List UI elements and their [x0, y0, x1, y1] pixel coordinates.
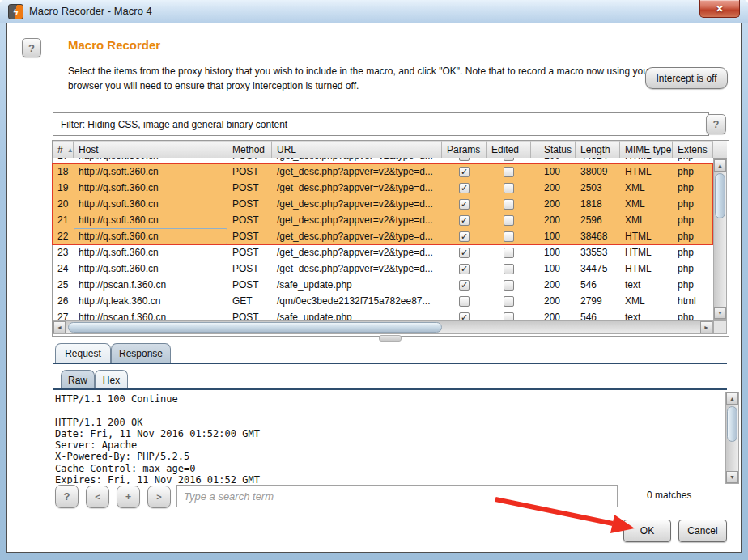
search-add-button[interactable]: + [117, 486, 140, 508]
mime-cell: XML [620, 180, 673, 196]
edited-cell [487, 196, 531, 212]
params-checkbox[interactable]: ✓ [459, 280, 470, 291]
table-vertical-scroll-thumb[interactable] [715, 173, 725, 218]
ext-cell: php [673, 212, 713, 228]
search-input[interactable] [176, 485, 618, 507]
table-scroll-left-button[interactable]: ◄ [53, 321, 66, 333]
table-horizontal-scroll-thumb[interactable] [68, 322, 442, 333]
table-row[interactable]: 19http://q.soft.360.cnPOST/get_desc.php?… [53, 180, 713, 196]
column-header-params[interactable]: Params [442, 141, 487, 158]
edited-checkbox[interactable] [504, 158, 514, 161]
close-icon: ✕ [716, 4, 724, 14]
table-row[interactable]: 17http://q.soft.360.cnPOST/get_desc.php?… [53, 158, 713, 163]
response-scroll-down-button[interactable]: ▼ [726, 471, 738, 483]
table-row[interactable]: 20http://q.soft.360.cnPOST/get_desc.php?… [53, 196, 713, 212]
search-next-button[interactable]: > [147, 486, 171, 508]
edited-checkbox[interactable] [504, 199, 514, 210]
edited-checkbox[interactable] [504, 167, 514, 177]
edited-checkbox[interactable] [504, 231, 514, 242]
length-cell: 2799 [576, 293, 620, 309]
response-scroll-up-button[interactable]: ▲ [726, 392, 738, 405]
tab-response[interactable]: Response [111, 343, 171, 363]
mime-cell: XML [620, 196, 673, 212]
table-row[interactable]: 23http://q.soft.360.cnPOST/get_desc.php?… [53, 244, 713, 261]
length-cell: 33553 [576, 244, 620, 261]
edited-checkbox[interactable] [504, 215, 514, 226]
length-cell: 2596 [576, 212, 620, 228]
edited-cell [487, 309, 531, 321]
column-header-label: MIME type [625, 144, 671, 155]
table-row[interactable]: 24http://q.soft.360.cnPOST/get_desc.php?… [53, 261, 713, 277]
response-raw-view[interactable]: HTTP/1.1 100 Continue HTTP/1.1 200 OK Da… [53, 392, 724, 484]
params-cell: ✓ [442, 261, 487, 277]
edited-checkbox[interactable] [504, 248, 514, 258]
response-vertical-scrollbar[interactable]: ▲ ▼ [725, 392, 739, 484]
split-divider-grip[interactable] [379, 335, 402, 342]
column-header-mime-type[interactable]: MIME type [620, 141, 673, 158]
table-row[interactable]: 27http://pscan.f.360.cnPOST/safe_update.… [53, 309, 713, 321]
cancel-button[interactable]: Cancel [678, 520, 727, 542]
params-checkbox[interactable]: ✓ [459, 199, 470, 210]
table-scroll-down-button[interactable]: ▼ [714, 307, 726, 319]
length-cell: 38468 [576, 228, 620, 244]
edited-cell [487, 261, 531, 277]
table-vertical-scrollbar[interactable]: ▲ ▼ [713, 159, 727, 320]
method-cell: GET [227, 293, 272, 309]
table-scroll-up-button[interactable]: ▲ [714, 159, 726, 172]
edited-cell [487, 244, 531, 261]
table-scroll-right-button[interactable]: ► [700, 321, 712, 333]
mime-cell: XML [620, 293, 673, 309]
ext-cell: php [673, 309, 713, 321]
edited-cell [487, 163, 531, 180]
edited-checkbox[interactable] [504, 264, 514, 274]
table-row[interactable]: 26http://q.leak.360.cnGET/qm/0ec3bede213… [53, 293, 713, 309]
column-header-host[interactable]: Host [74, 141, 227, 158]
tab-request[interactable]: Request [55, 343, 111, 363]
params-checkbox[interactable]: ✓ [459, 158, 470, 161]
params-cell: ✓ [442, 228, 487, 244]
table-row[interactable]: 22http://q.soft.360.cnPOST/get_desc.php?… [53, 228, 713, 244]
ext-cell: php [673, 261, 713, 277]
edited-checkbox[interactable] [504, 280, 514, 291]
params-checkbox[interactable]: ✓ [459, 215, 470, 226]
search-help-button[interactable]: ? [55, 485, 79, 508]
column-header-length[interactable]: Length [576, 141, 620, 158]
filter-help-button[interactable]: ? [706, 114, 726, 134]
table-horizontal-scrollbar[interactable]: ◄ ► [53, 320, 713, 334]
params-checkbox[interactable]: ✓ [459, 248, 470, 258]
tab-raw[interactable]: Raw [61, 370, 95, 389]
search-prev-button[interactable]: < [86, 486, 109, 508]
edited-checkbox[interactable] [504, 296, 514, 307]
params-checkbox[interactable]: ✓ [459, 231, 470, 242]
mime-cell: text [620, 277, 673, 293]
params-checkbox[interactable]: ✓ [459, 167, 470, 177]
column-header--[interactable]: #▲ [53, 141, 74, 158]
table-row[interactable]: 21http://q.soft.360.cnPOST/get_desc.php?… [53, 212, 713, 228]
table-row[interactable]: 25http://pscan.f.360.cnPOST/safe_update.… [53, 277, 713, 293]
url-cell: /safe_update.php [272, 277, 442, 293]
response-vertical-scroll-thumb[interactable] [727, 406, 737, 442]
column-header-status[interactable]: Status [531, 141, 576, 158]
params-checkbox[interactable]: ✓ [459, 264, 470, 274]
params-checkbox[interactable] [459, 296, 470, 307]
tab-hex[interactable]: Hex [95, 370, 128, 389]
table-row[interactable]: 18http://q.soft.360.cnPOST/get_desc.php?… [53, 163, 713, 180]
table-header-row: #▲HostMethodURLParamsEditedStatusLengthM… [53, 141, 727, 159]
length-cell: 44524 [576, 158, 620, 163]
column-header-url[interactable]: URL [272, 141, 442, 158]
column-header-edited[interactable]: Edited [487, 141, 531, 158]
column-header-method[interactable]: Method [227, 141, 272, 158]
close-button[interactable]: ✕ [699, 0, 740, 18]
filter-bar[interactable]: Filter: Hiding CSS, image and general bi… [53, 112, 709, 136]
column-header-extens[interactable]: Extens [673, 141, 713, 158]
edited-checkbox[interactable] [504, 183, 514, 193]
params-checkbox[interactable]: ✓ [459, 183, 470, 193]
intercept-toggle-button[interactable]: Intercept is off [645, 67, 728, 89]
titlebar[interactable]: ϟ Macro Recorder - Macro 4 ✕ [0, 0, 748, 23]
ok-button[interactable]: OK [623, 520, 671, 542]
method-cell: POST [227, 180, 272, 196]
scroll-down-icon: ▼ [729, 474, 735, 480]
method-cell: POST [227, 158, 272, 163]
method-cell: POST [227, 309, 272, 321]
help-button[interactable]: ? [22, 38, 41, 57]
